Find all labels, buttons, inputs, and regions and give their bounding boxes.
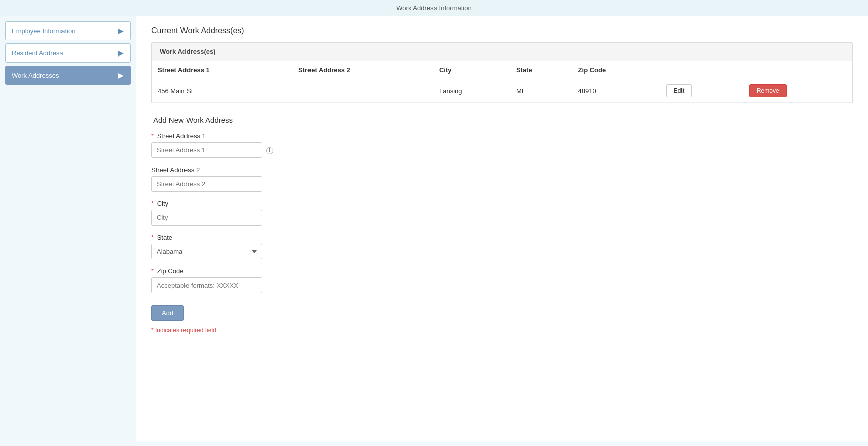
sidebar-item-resident-address[interactable]: Resident Address ▶ (5, 43, 131, 63)
city-label: * City (151, 200, 853, 207)
city-input[interactable] (151, 210, 262, 226)
col-header-actions2 (743, 61, 852, 79)
add-button[interactable]: Add (151, 305, 184, 321)
required-star-zip: * (151, 267, 154, 275)
sidebar-item-employee-information[interactable]: Employee Information ▶ (5, 21, 131, 40)
col-header-street1: Street Address 1 (152, 61, 292, 79)
table-row: 456 Main St Lansing MI 48910 Edit Remove (152, 79, 852, 103)
cell-city: Lansing (433, 79, 510, 103)
col-header-zip: Zip Code (572, 61, 660, 79)
sidebar-item-label-resident-address: Resident Address (12, 49, 63, 57)
chevron-right-icon: ▶ (118, 49, 124, 57)
street2-input[interactable] (151, 176, 262, 192)
address-table: Street Address 1 Street Address 2 City S… (152, 61, 852, 103)
zip-group: * Zip Code (151, 267, 853, 293)
add-work-address-form: Add New Work Address * Street Address 1 … (151, 116, 853, 334)
street1-input[interactable] (151, 142, 262, 158)
cell-street2 (292, 79, 433, 103)
city-group: * City (151, 200, 853, 226)
main-container: Employee Information ▶ Resident Address … (0, 16, 868, 442)
required-star-city: * (151, 200, 154, 207)
sidebar: Employee Information ▶ Resident Address … (0, 16, 136, 442)
edit-button[interactable]: Edit (666, 84, 692, 97)
info-icon: i (266, 147, 273, 154)
cell-street1: 456 Main St (152, 79, 292, 103)
top-bar: Work Address Information (0, 0, 868, 16)
add-form-title: Add New Work Address (151, 116, 853, 124)
remove-cell: Remove (743, 79, 852, 103)
edit-cell: Edit (660, 79, 743, 103)
street1-label: * Street Address 1 (151, 132, 853, 140)
street2-group: Street Address 2 (151, 166, 853, 192)
zip-input[interactable] (151, 277, 262, 293)
state-label: * State (151, 234, 853, 241)
street1-group: * Street Address 1 i (151, 132, 853, 158)
cell-zip: 48910 (572, 79, 660, 103)
col-header-actions (660, 61, 743, 79)
col-header-state: State (510, 61, 572, 79)
sidebar-item-label-employee-information: Employee Information (12, 27, 75, 35)
col-header-city: City (433, 61, 510, 79)
state-group: * State AlabamaAlaskaArizonaArkansasCali… (151, 234, 853, 259)
remove-button[interactable]: Remove (749, 84, 787, 97)
sidebar-item-work-addresses[interactable]: Work Addresses ▶ (5, 66, 131, 85)
current-work-addresses-title: Current Work Address(es) (151, 26, 853, 35)
street2-label: Street Address 2 (151, 166, 853, 174)
required-note: * Indicates required field. (151, 327, 853, 334)
chevron-right-icon: ▶ (118, 71, 124, 79)
required-star-street1: * (151, 132, 154, 140)
top-bar-title: Work Address Information (396, 4, 471, 12)
address-table-card: Work Address(es) Street Address 1 Street… (151, 42, 853, 103)
sidebar-item-label-work-addresses: Work Addresses (12, 72, 59, 79)
cell-state: MI (510, 79, 572, 103)
zip-label: * Zip Code (151, 267, 853, 275)
col-header-street2: Street Address 2 (292, 61, 433, 79)
chevron-right-icon: ▶ (118, 27, 124, 35)
state-select[interactable]: AlabamaAlaskaArizonaArkansasCaliforniaCo… (151, 244, 262, 259)
required-star-state: * (151, 234, 154, 241)
address-card-header: Work Address(es) (152, 43, 852, 61)
main-content: Current Work Address(es) Work Address(es… (136, 16, 868, 442)
